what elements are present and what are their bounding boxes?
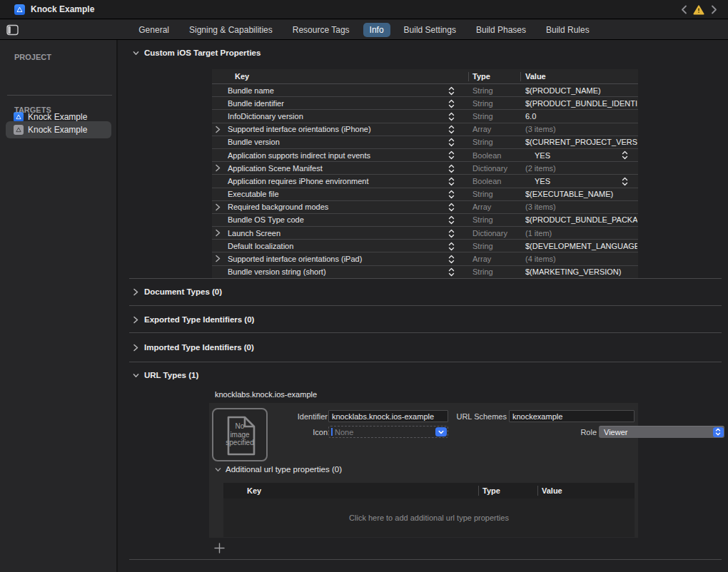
disclosure-chevron-icon[interactable]: [215, 203, 223, 211]
property-type[interactable]: String: [472, 190, 493, 198]
table-row[interactable]: Default localization String $(DEVELOPMEN…: [212, 240, 638, 252]
table-row[interactable]: Application Scene Manifest Dictionary (2…: [212, 162, 638, 175]
property-value[interactable]: (4 items): [525, 255, 637, 263]
sidebar-toggle-icon[interactable]: [6, 24, 19, 36]
table-row[interactable]: Supported interface orientations (iPhone…: [212, 123, 638, 136]
chevron-right-icon[interactable]: [132, 344, 139, 352]
property-value[interactable]: $(PRODUCT_NAME): [525, 86, 637, 95]
table-row[interactable]: Launch Screen Dictionary (1 item): [212, 227, 638, 240]
section-exported-type-identifiers[interactable]: Exported Type Identifiers (0): [132, 315, 254, 324]
combo-dropdown-button[interactable]: [435, 427, 447, 436]
property-type[interactable]: String: [472, 242, 493, 250]
key-stepper-icon[interactable]: [448, 86, 455, 96]
property-type[interactable]: String: [472, 86, 493, 95]
property-value[interactable]: YES: [535, 177, 620, 185]
key-stepper-icon[interactable]: [448, 150, 455, 160]
table-row[interactable]: Application requires iPhone environment …: [212, 175, 638, 188]
table-row[interactable]: Bundle identifier String $(PRODUCT_BUNDL…: [212, 97, 638, 110]
property-value[interactable]: $(CURRENT_PROJECT_VERSION): [525, 138, 637, 146]
property-value[interactable]: (3 items): [525, 125, 637, 133]
section-document-types[interactable]: Document Types (0): [132, 287, 222, 296]
property-value[interactable]: $(MARKETING_VERSION): [525, 267, 637, 276]
disclosure-chevron-icon[interactable]: [215, 164, 223, 172]
property-value[interactable]: $(PRODUCT_BUNDLE_IDENTIFIER): [525, 99, 637, 108]
add-property-click-area[interactable]: Click here to add additional url type pr…: [223, 499, 635, 537]
property-value[interactable]: $(PRODUCT_BUNDLE_PACKAGE_TYPE): [525, 215, 637, 224]
section-imported-type-identifiers[interactable]: Imported Type Identifiers (0): [132, 343, 254, 352]
property-value[interactable]: (2 items): [525, 164, 637, 173]
settings-tab[interactable]: Build Rules: [540, 23, 596, 37]
property-type[interactable]: Array: [472, 203, 491, 211]
key-stepper-icon[interactable]: [448, 112, 455, 121]
table-row[interactable]: Bundle name String $(PRODUCT_NAME): [212, 84, 638, 97]
key-stepper-icon[interactable]: [448, 229, 455, 238]
settings-tab[interactable]: Signing & Capabilities: [183, 23, 279, 37]
table-row[interactable]: Bundle version string (short) String $(M…: [212, 266, 638, 279]
chevron-down-icon[interactable]: [132, 372, 139, 379]
key-stepper-icon[interactable]: [448, 125, 455, 134]
url-type-image-well[interactable]: No image specified: [212, 408, 268, 461]
key-stepper-icon[interactable]: [448, 267, 455, 277]
add-url-type-button[interactable]: [213, 541, 226, 554]
settings-tab[interactable]: Build Settings: [398, 23, 462, 37]
boolean-stepper-icon[interactable]: [622, 150, 628, 160]
role-popup-button[interactable]: Viewer: [599, 426, 724, 438]
property-value[interactable]: $(DEVELOPMENT_LANGUAGE): [525, 242, 637, 250]
disclosure-chevron-icon[interactable]: [215, 126, 223, 133]
key-stepper-icon[interactable]: [448, 215, 455, 225]
key-stepper-icon[interactable]: [448, 255, 455, 264]
section-custom-ios-target-properties[interactable]: Custom iOS Target Properties: [132, 48, 261, 57]
property-value[interactable]: $(EXECUTABLE_NAME): [525, 190, 637, 198]
key-stepper-icon[interactable]: [448, 99, 455, 108]
property-type[interactable]: Array: [472, 125, 491, 133]
url-schemes-input[interactable]: [509, 410, 635, 422]
property-type[interactable]: Dictionary: [472, 164, 507, 173]
key-stepper-icon[interactable]: [448, 190, 455, 199]
property-type[interactable]: String: [472, 138, 493, 146]
table-row[interactable]: Bundle version String $(CURRENT_PROJECT_…: [212, 136, 638, 149]
property-type[interactable]: Boolean: [472, 177, 501, 185]
property-type[interactable]: Boolean: [472, 151, 501, 160]
icon-combo-box[interactable]: None: [328, 426, 448, 438]
disclosure-chevron-icon[interactable]: [215, 229, 223, 237]
table-row[interactable]: Required background modes Array (3 items…: [212, 201, 638, 214]
forward-arrow-icon[interactable]: [709, 5, 718, 15]
settings-tab[interactable]: Resource Tags: [286, 23, 356, 37]
property-type[interactable]: String: [472, 112, 493, 121]
table-row[interactable]: Supported interface orientations (iPad) …: [212, 252, 638, 265]
property-type[interactable]: String: [472, 267, 493, 276]
key-stepper-icon[interactable]: [448, 203, 455, 212]
property-value[interactable]: 6.0: [525, 112, 637, 121]
property-type[interactable]: Array: [472, 255, 491, 263]
additional-url-properties-header[interactable]: Additional url type properties (0): [215, 465, 342, 474]
sidebar-item-target[interactable]: Knock Example: [6, 121, 111, 138]
disclosure-chevron-icon[interactable]: [215, 255, 223, 262]
back-arrow-icon[interactable]: [679, 5, 688, 15]
settings-tab[interactable]: General: [132, 23, 176, 37]
table-row[interactable]: Executable file String $(EXECUTABLE_NAME…: [212, 188, 638, 201]
key-stepper-icon[interactable]: [448, 138, 455, 147]
property-value[interactable]: YES: [535, 151, 620, 160]
property-type[interactable]: String: [472, 99, 493, 108]
section-url-types[interactable]: URL Types (1): [132, 371, 198, 379]
settings-tab[interactable]: Info: [363, 23, 390, 37]
chevron-down-icon[interactable]: [215, 466, 221, 473]
table-row[interactable]: InfoDictionary version String 6.0: [212, 110, 638, 123]
warning-badge-icon[interactable]: [693, 5, 704, 15]
chevron-right-icon[interactable]: [132, 316, 139, 324]
settings-tab[interactable]: Build Phases: [470, 23, 532, 37]
identifier-input[interactable]: [328, 410, 448, 422]
key-stepper-icon[interactable]: [448, 164, 455, 173]
table-row[interactable]: Application supports indirect input even…: [212, 149, 638, 162]
boolean-stepper-icon[interactable]: [622, 177, 628, 186]
key-stepper-icon[interactable]: [448, 177, 455, 186]
property-type[interactable]: String: [472, 215, 493, 224]
key-stepper-icon[interactable]: [448, 242, 455, 251]
table-row[interactable]: Bundle OS Type code String $(PRODUCT_BUN…: [212, 214, 638, 227]
chevron-down-icon[interactable]: [132, 50, 139, 56]
property-value[interactable]: (1 item): [525, 229, 637, 238]
property-type[interactable]: Dictionary: [472, 229, 507, 238]
property-value[interactable]: (3 items): [525, 203, 637, 211]
chevron-right-icon[interactable]: [132, 288, 139, 296]
url-type-entry-name: knocklabs.knock.ios-example: [215, 390, 317, 399]
